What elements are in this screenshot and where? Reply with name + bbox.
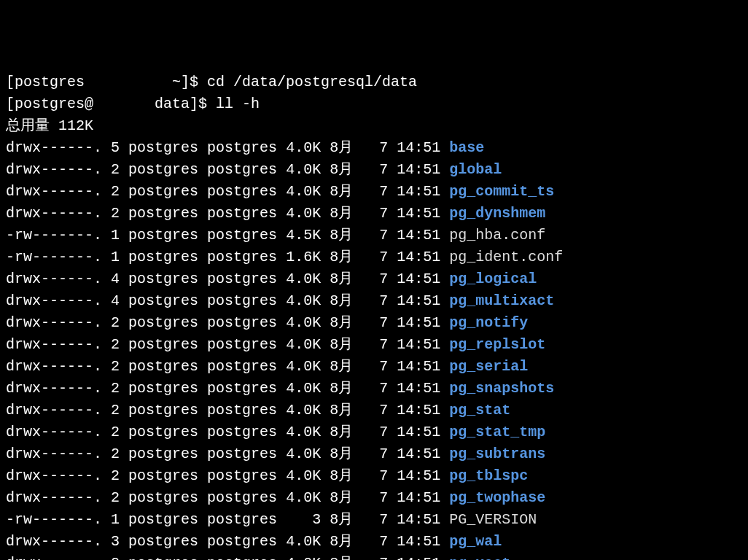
ls-row: drwx------. 2 postgres postgres 4.0K 8月 … <box>6 400 742 421</box>
col-perm: drwx------. <box>6 271 102 287</box>
col-month: 8月 <box>330 139 353 156</box>
col-day: 7 <box>370 402 388 419</box>
col-perm: drwx------. <box>6 467 102 484</box>
col-group: postgres <box>207 205 277 222</box>
col-owner: postgres <box>128 380 198 397</box>
col-month: 8月 <box>330 227 353 244</box>
col-perm: drwx------. <box>6 555 102 560</box>
prompt-line-1: [postgres ~]$ cd /data/postgresql/data <box>6 71 742 93</box>
col-name: pg_wal <box>449 533 502 550</box>
col-group: postgres <box>207 249 277 265</box>
col-day: 7 <box>370 183 388 200</box>
col-time: 14:51 <box>397 467 440 484</box>
col-owner: postgres <box>128 446 198 462</box>
col-owner: postgres <box>128 358 198 375</box>
col-time: 14:51 <box>397 446 440 462</box>
ls-row: drwx------. 5 postgres postgres 4.0K 8月 … <box>6 137 742 159</box>
col-time: 14:51 <box>397 511 440 528</box>
col-name: pg_subtrans <box>449 446 545 462</box>
ls-row: drwx------. 2 postgres postgres 4.0K 8月 … <box>6 312 742 334</box>
col-day: 7 <box>370 227 388 244</box>
col-links: 2 <box>111 489 120 506</box>
col-links: 2 <box>111 314 120 331</box>
col-time: 14:51 <box>397 139 440 156</box>
col-name: base <box>449 139 484 156</box>
col-links: 2 <box>111 467 120 484</box>
col-name: pg_logical <box>449 271 537 287</box>
col-perm: drwx------. <box>6 446 102 462</box>
col-group: postgres <box>207 336 277 353</box>
col-owner: postgres <box>128 249 198 265</box>
col-owner: postgres <box>128 336 198 353</box>
col-month: 8月 <box>330 314 353 331</box>
col-name: pg_dynshmem <box>449 205 545 222</box>
col-day: 7 <box>370 467 388 484</box>
col-perm: drwx------. <box>6 402 102 419</box>
ls-row: drwx------. 2 postgres postgres 4.0K 8月 … <box>6 203 742 225</box>
col-name: pg_snapshots <box>449 380 554 397</box>
col-perm: drwx------. <box>6 161 102 178</box>
ls-row: drwx------. 2 postgres postgres 4.0K 8月 … <box>6 553 742 560</box>
col-time: 14:51 <box>397 424 440 440</box>
ls-row: -rw-------. 1 postgres postgres 3 8月 7 1… <box>6 509 742 531</box>
col-time: 14:51 <box>397 161 440 178</box>
col-links: 1 <box>111 511 120 528</box>
ls-row: drwx------. 2 postgres postgres 4.0K 8月 … <box>6 181 742 203</box>
col-name: pg_twophase <box>449 489 545 506</box>
col-name: pg_hba.conf <box>449 227 545 244</box>
col-owner: postgres <box>128 489 198 506</box>
col-size: 1.6K <box>286 249 321 265</box>
col-group: postgres <box>207 271 277 287</box>
col-time: 14:51 <box>397 271 440 287</box>
col-size: 4.0K <box>286 205 321 222</box>
col-time: 14:51 <box>397 249 440 265</box>
col-time: 14:51 <box>397 183 440 200</box>
col-day: 7 <box>370 205 388 222</box>
col-owner: postgres <box>128 161 198 178</box>
col-perm: drwx------. <box>6 314 102 331</box>
col-group: postgres <box>207 183 277 200</box>
col-time: 14:51 <box>397 227 440 244</box>
col-size: 4.0K <box>286 446 321 462</box>
col-owner: postgres <box>128 467 198 484</box>
ls-row: drwx------. 2 postgres postgres 4.0K 8月 … <box>6 378 742 400</box>
col-month: 8月 <box>330 205 353 222</box>
col-size: 3 <box>286 511 321 528</box>
terminal-output[interactable]: [postgres ~]$ cd /data/postgresql/data[p… <box>6 71 742 560</box>
col-group: postgres <box>207 467 277 484</box>
col-size: 4.0K <box>286 489 321 506</box>
col-month: 8月 <box>330 402 353 419</box>
col-name: pg_replslot <box>449 336 545 353</box>
col-links: 2 <box>111 161 120 178</box>
col-group: postgres <box>207 533 277 550</box>
col-day: 7 <box>370 139 388 156</box>
col-size: 4.0K <box>286 555 321 560</box>
col-month: 8月 <box>330 467 353 484</box>
ls-row: drwx------. 4 postgres postgres 4.0K 8月 … <box>6 268 742 290</box>
col-links: 2 <box>111 446 120 462</box>
col-month: 8月 <box>330 489 353 506</box>
col-size: 4.0K <box>286 358 321 375</box>
col-links: 2 <box>111 555 120 560</box>
col-owner: postgres <box>128 533 198 550</box>
col-group: postgres <box>207 358 277 375</box>
col-day: 7 <box>370 292 388 309</box>
col-name: pg_commit_ts <box>449 183 554 200</box>
ls-row: drwx------. 2 postgres postgres 4.0K 8月 … <box>6 334 742 356</box>
col-day: 7 <box>370 533 388 550</box>
col-month: 8月 <box>330 336 353 353</box>
col-links: 5 <box>111 139 120 156</box>
col-month: 8月 <box>330 446 353 462</box>
col-time: 14:51 <box>397 489 440 506</box>
col-owner: postgres <box>128 292 198 309</box>
col-owner: postgres <box>128 139 198 156</box>
col-day: 7 <box>370 446 388 462</box>
col-size: 4.0K <box>286 533 321 550</box>
col-group: postgres <box>207 489 277 506</box>
col-size: 4.0K <box>286 271 321 287</box>
col-time: 14:51 <box>397 205 440 222</box>
col-perm: drwx------. <box>6 533 102 550</box>
col-size: 4.0K <box>286 292 321 309</box>
col-size: 4.0K <box>286 139 321 156</box>
col-day: 7 <box>370 161 388 178</box>
